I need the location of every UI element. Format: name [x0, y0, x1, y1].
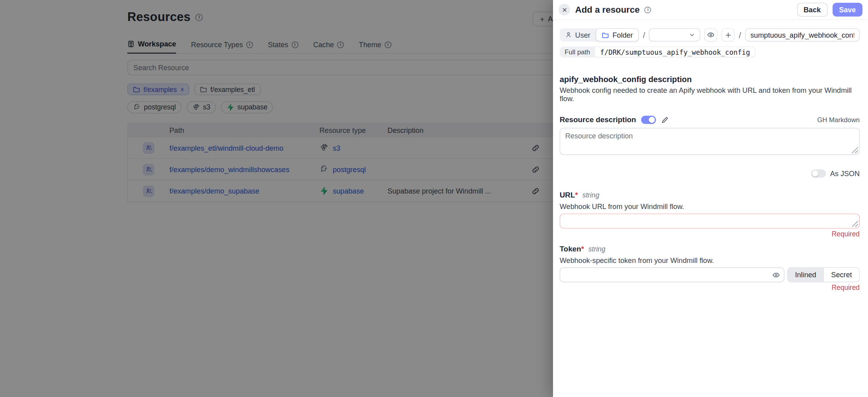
url-help: Webhook URL from your Windmill flow.: [560, 203, 860, 211]
url-type: string: [582, 192, 599, 199]
token-mode-secret[interactable]: Secret: [824, 268, 859, 282]
token-mode-toggle: Inlined Secret: [787, 267, 860, 282]
pencil-icon[interactable]: [661, 116, 669, 124]
required-asterisk: *: [581, 245, 584, 253]
path-builder: User Folder /: [560, 28, 860, 41]
token-required-error: Required: [560, 284, 860, 292]
token-label: Token*: [560, 245, 584, 253]
full-path: Full path f/DRK/sumptuous_apify_webhook_…: [560, 46, 756, 58]
owner-toggle-user-label: User: [575, 31, 590, 39]
description-toggle[interactable]: [641, 116, 656, 124]
add-folder-button[interactable]: [722, 28, 735, 41]
gh-markdown-hint: GH Markdown: [817, 116, 860, 124]
as-json-label: As JSON: [830, 169, 860, 178]
add-resource-drawer: Add a resource i Back Save User: [553, 0, 868, 397]
path-separator: /: [643, 30, 645, 40]
path-separator: /: [739, 30, 741, 40]
resource-description-textarea[interactable]: [560, 128, 860, 155]
token-help: Webhook-specific token from your Windmil…: [560, 256, 860, 265]
url-input[interactable]: [560, 214, 860, 229]
back-button[interactable]: Back: [797, 3, 828, 17]
folder-select[interactable]: [649, 28, 701, 41]
resource-description-label: Resource description: [560, 116, 636, 124]
as-json-toggle[interactable]: [811, 169, 826, 178]
screen: Resources i Workspace: [0, 0, 868, 397]
url-label: URL*: [560, 191, 578, 199]
token-mode-inlined[interactable]: Inlined: [788, 268, 824, 282]
plus-icon: [725, 31, 732, 38]
owner-toggle-folder-label: Folder: [613, 31, 633, 39]
token-type: string: [588, 245, 605, 253]
eye-icon: [707, 31, 715, 39]
close-drawer-button[interactable]: [559, 4, 570, 15]
save-button[interactable]: Save: [832, 3, 862, 17]
schema-heading: apify_webhook_config description: [560, 75, 860, 83]
owner-toggle-user[interactable]: User: [560, 28, 596, 41]
url-required-error: Required: [560, 230, 860, 238]
required-asterisk: *: [575, 191, 578, 199]
info-icon[interactable]: i: [645, 6, 651, 13]
eye-icon[interactable]: [772, 271, 780, 279]
resource-name-input[interactable]: [745, 28, 860, 41]
schema-description: Webhook config needed to create an Apify…: [560, 86, 860, 103]
owner-toggle-group: User Folder: [560, 28, 639, 41]
folder-icon: [602, 31, 609, 38]
owner-toggle-folder[interactable]: Folder: [596, 28, 639, 41]
drawer-title: Add a resource: [575, 5, 640, 15]
view-folder-button[interactable]: [705, 28, 718, 41]
full-path-value: f/DRK/sumptuous_apify_webhook_config: [595, 46, 756, 58]
chevron-down-icon: [689, 32, 696, 38]
token-input[interactable]: [560, 267, 785, 282]
full-path-label: Full path: [560, 46, 595, 58]
token-field: Token* string Webhook-specific token fro…: [560, 245, 860, 292]
user-icon: [565, 32, 572, 38]
url-field: URL* string Webhook URL from your Windmi…: [560, 191, 860, 238]
